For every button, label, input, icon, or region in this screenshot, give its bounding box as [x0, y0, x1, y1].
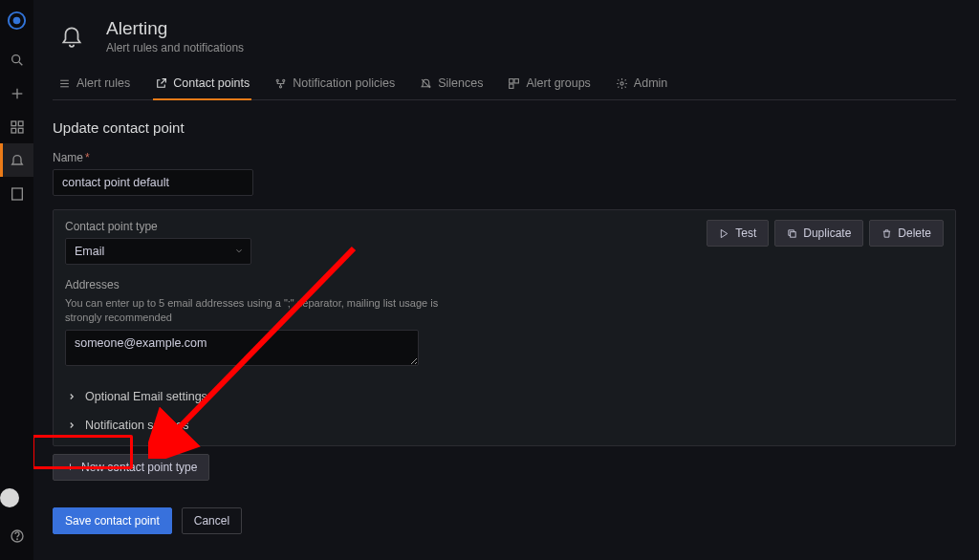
panel-actions: Test Duplicate Delete [707, 220, 944, 247]
tab-alert-rules[interactable]: Alert rules [56, 69, 132, 99]
button-label: Test [735, 226, 756, 240]
svg-point-26 [620, 81, 623, 84]
svg-rect-10 [11, 188, 22, 200]
collapse-label: Notification settings [85, 419, 188, 432]
tab-alert-groups[interactable]: Alert groups [506, 69, 592, 99]
svg-rect-6 [11, 121, 16, 126]
tab-label: Notification policies [293, 76, 395, 90]
search-icon[interactable] [0, 43, 33, 76]
svg-point-21 [280, 85, 282, 87]
main-content: Alerting Alert rules and notifications A… [33, 0, 979, 560]
addresses-desc: You can enter up to 5 email addresses us… [65, 296, 447, 326]
tab-label: Alert groups [526, 76, 590, 90]
button-label: Cancel [194, 514, 229, 528]
cancel-button[interactable]: Cancel [182, 507, 242, 534]
svg-point-19 [276, 79, 278, 81]
addresses-label: Addresses [65, 278, 707, 291]
button-label: Delete [898, 226, 931, 240]
button-label: New contact point type [81, 461, 197, 474]
svg-rect-23 [510, 78, 513, 82]
tab-label: Admin [634, 76, 667, 90]
tab-contact-points[interactable]: Contact points [153, 69, 251, 99]
tabs: Alert rules Contact points Notification … [53, 69, 956, 100]
svg-rect-24 [514, 78, 518, 82]
svg-point-15 [16, 539, 17, 540]
svg-marker-27 [722, 229, 728, 237]
dashboards-icon[interactable] [0, 110, 33, 143]
tab-admin[interactable]: Admin [614, 69, 669, 99]
new-contact-point-type-button[interactable]: New contact point type [53, 454, 209, 481]
svg-point-2 [11, 54, 19, 62]
button-label: Save contact point [65, 514, 160, 528]
section-title: Update contact point [53, 119, 956, 136]
type-select[interactable]: Email [65, 238, 251, 265]
nav-sidebar [0, 0, 33, 560]
duplicate-button[interactable]: Duplicate [774, 220, 863, 247]
name-label: Name* [53, 151, 956, 164]
type-label: Contact point type [65, 220, 707, 233]
alerting-icon[interactable] [0, 143, 33, 177]
page-title: Alerting [106, 18, 244, 40]
svg-rect-8 [11, 128, 16, 133]
svg-line-3 [19, 62, 22, 65]
name-input[interactable] [53, 169, 253, 196]
svg-point-1 [13, 17, 21, 25]
tab-label: Alert rules [76, 76, 130, 90]
test-button[interactable]: Test [707, 220, 769, 247]
tab-label: Contact points [173, 76, 250, 90]
optional-email-settings-toggle[interactable]: Optional Email settings [65, 382, 944, 411]
logo-icon[interactable] [0, 4, 33, 37]
plus-icon[interactable] [0, 76, 33, 110]
name-field-group: Name* [53, 151, 956, 196]
delete-button[interactable]: Delete [869, 220, 944, 247]
bell-icon [53, 17, 91, 55]
button-label: Duplicate [803, 226, 851, 240]
addresses-input[interactable]: someone@example.com [65, 330, 419, 366]
tab-silences[interactable]: Silences [418, 69, 485, 99]
avatar[interactable] [0, 488, 19, 507]
svg-rect-9 [18, 128, 23, 133]
page-header: Alerting Alert rules and notifications [53, 17, 956, 55]
svg-rect-28 [791, 231, 796, 237]
svg-point-20 [283, 79, 285, 81]
collapse-label: Optional Email settings [85, 390, 207, 403]
tab-notification-policies[interactable]: Notification policies [272, 69, 397, 99]
help-icon[interactable] [0, 519, 33, 552]
tab-label: Silences [438, 76, 483, 90]
svg-rect-25 [510, 84, 513, 88]
contact-point-panel: Contact point type Email Addresses You c… [53, 209, 956, 446]
notification-settings-toggle[interactable]: Notification settings [65, 411, 944, 440]
server-icon[interactable] [0, 177, 33, 210]
page-subtitle: Alert rules and notifications [106, 41, 244, 54]
svg-rect-7 [18, 121, 23, 126]
save-contact-point-button[interactable]: Save contact point [53, 507, 172, 534]
